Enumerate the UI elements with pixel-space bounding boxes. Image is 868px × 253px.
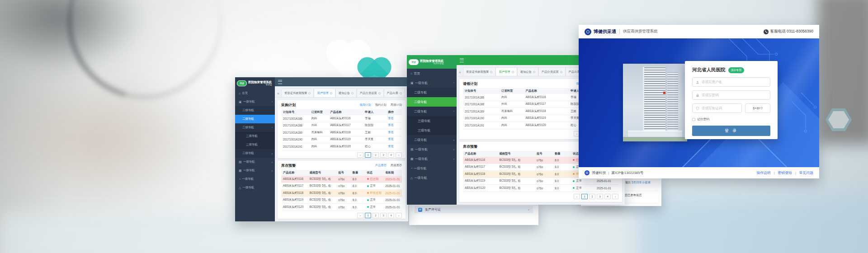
view-link[interactable]: 查看 [386, 143, 402, 150]
login-button[interactable]: 登 录 [692, 126, 770, 136]
table-cell: 正常 [571, 178, 594, 185]
prev-page-button[interactable]: ‹ [574, 194, 580, 199]
sidebar-item[interactable]: 二级导航v [407, 135, 457, 145]
collapse-tabs-icon[interactable]: « [459, 70, 461, 75]
prev-page-button[interactable]: ‹ [357, 152, 363, 158]
page-button[interactable]: 4 [604, 194, 611, 199]
tab[interactable]: 通知公告 [517, 67, 538, 76]
tab-close-icon[interactable] [560, 71, 562, 73]
tab[interactable]: 用户管理 [314, 89, 335, 97]
sidebar-item[interactable]: ▦一级导航v [235, 166, 275, 175]
page-button[interactable]: 4 [388, 213, 394, 218]
sidebar-item[interactable]: 二级导航^ [407, 107, 457, 116]
sidebar-item[interactable]: 二级导航 [235, 115, 275, 123]
tab[interactable]: 资质证件效期预警 [281, 89, 314, 97]
sidebar-item[interactable]: ◔一级导航 [235, 175, 275, 183]
tab-close-icon[interactable] [400, 92, 402, 94]
table-cell: 程心 [363, 143, 386, 150]
tab[interactable]: 用户管理 [495, 67, 517, 76]
username-input[interactable]: 请填写用户名 [692, 77, 770, 87]
footer-link[interactable]: 常见问题 [799, 170, 813, 175]
captcha-input[interactable]: 请填写验证码 [692, 103, 742, 113]
stethoscope-tube [40, 0, 250, 127]
sidebar-item[interactable]: ▣一级导航^ [407, 78, 457, 88]
view-link[interactable]: 查看 [386, 122, 402, 129]
sidebar-item[interactable]: 二级导航v [235, 149, 275, 158]
hospital-name: 河北省人民医院 [692, 67, 726, 73]
page-button[interactable]: 2 [589, 194, 595, 199]
chevron-down-icon: v [453, 158, 455, 160]
sidebar-item[interactable]: △一级导航 [407, 173, 457, 183]
view-link[interactable]: 查看 [386, 136, 402, 143]
page-button[interactable]: 2 [373, 213, 379, 218]
next-page-button[interactable]: › [396, 152, 402, 158]
page-button[interactable]: 3 [380, 152, 387, 158]
view-link[interactable]: 查看 [386, 129, 402, 136]
tab[interactable]: 通知公告 [335, 89, 357, 97]
sidebar-item[interactable]: 三级导航 [235, 141, 275, 149]
sidebar-item[interactable]: ▤一级导航v [407, 145, 457, 154]
collapse-tabs-icon[interactable]: « [277, 91, 279, 96]
view-link[interactable]: 查看 [386, 115, 402, 122]
clock-icon: ◔ [239, 178, 241, 181]
page-button[interactable]: 2 [373, 152, 379, 158]
tab-close-icon[interactable] [512, 71, 514, 73]
captcha-question[interactable]: 6+8=? [745, 103, 770, 113]
table-cell: ABS床头柜0119 [524, 115, 569, 122]
plan-type-link[interactable]: 高值计划 [391, 103, 402, 107]
menu-toggle-icon[interactable] [460, 58, 464, 62]
page-button[interactable]: 1 [581, 194, 588, 199]
sidebar-item[interactable]: ▣一级导航^ [235, 98, 275, 106]
sidebar-item[interactable]: 二级导航^ [235, 123, 275, 132]
table-cell: 王丽 [363, 129, 386, 136]
tab-close-icon[interactable] [308, 92, 311, 94]
sidebar-item-label: 一级导航 [415, 81, 428, 85]
page-button[interactable]: 4 [388, 152, 394, 158]
sidebar-item[interactable]: ▤一级导航v [235, 158, 275, 166]
table-cell: 内科 [500, 122, 524, 129]
prev-page-button[interactable]: ‹ [357, 213, 363, 218]
plan-type-link[interactable]: 预约计划 [375, 103, 387, 107]
tab-close-icon[interactable] [378, 92, 381, 94]
plan-type-link[interactable]: 领用计划 [359, 103, 371, 107]
tab[interactable]: 资质证件效期预警 [463, 67, 495, 76]
password-input[interactable]: 请填写密码 [692, 90, 770, 100]
tab[interactable]: 产品分类设置 [538, 67, 566, 76]
chevron-down-icon[interactable]: v [528, 208, 529, 211]
sidebar-item[interactable]: 三级导航 [407, 116, 457, 126]
sidebar-item[interactable]: ⌂首页 [407, 69, 457, 78]
page-button[interactable]: 1 [365, 213, 371, 218]
page-button[interactable]: 3 [597, 194, 603, 199]
footer-link[interactable]: 密钥驱动 [778, 170, 792, 175]
tab-close-icon[interactable] [351, 92, 354, 94]
sidebar-item[interactable]: 二级导航 [407, 88, 457, 97]
sidebar-item[interactable]: ▦一级导航v [407, 154, 457, 164]
tab[interactable]: 产品出库 [384, 89, 405, 97]
sidebar-item[interactable]: △一级导航 [235, 183, 275, 192]
plan-type-link[interactable]: 高值库存 [391, 164, 402, 168]
next-page-button[interactable]: › [396, 213, 402, 218]
tab-close-icon[interactable] [533, 71, 535, 73]
next-page-button[interactable]: › [612, 194, 618, 199]
sidebar-item[interactable]: ◔一级导航 [407, 164, 457, 173]
sidebar-item[interactable]: 三级导航 [235, 132, 275, 141]
page-button[interactable]: 3 [380, 213, 387, 218]
page-button[interactable]: 1 [365, 152, 371, 158]
tab-close-icon[interactable] [330, 92, 332, 94]
sidebar-item[interactable]: 二级导航 [235, 106, 275, 115]
menu-toggle-icon[interactable] [278, 80, 282, 84]
tab-close-icon[interactable] [490, 71, 492, 73]
plan-type-link[interactable]: 产品库存 [375, 164, 387, 168]
footer-link[interactable]: 操作说明 [756, 170, 770, 175]
activity-link[interactable]: 5月日常小需求 [632, 181, 651, 184]
table-cell: ABS床头柜0117 [281, 183, 308, 190]
remember-checkbox[interactable] [692, 118, 695, 121]
certificate-row[interactable]: 生产许可证 v [415, 206, 533, 213]
table-cell: ABS床头柜0120 [328, 143, 363, 150]
sidebar-item[interactable]: 三级导航 [407, 126, 457, 135]
sidebar-item[interactable]: 二级导航 [407, 97, 457, 107]
table-cell: 20171001A188 [463, 101, 500, 108]
tab[interactable]: 产品分类设置 [357, 89, 384, 97]
sidebar-item[interactable]: ⌂首页 [235, 89, 275, 98]
sidebar-item-label: 三级导航 [246, 143, 258, 147]
